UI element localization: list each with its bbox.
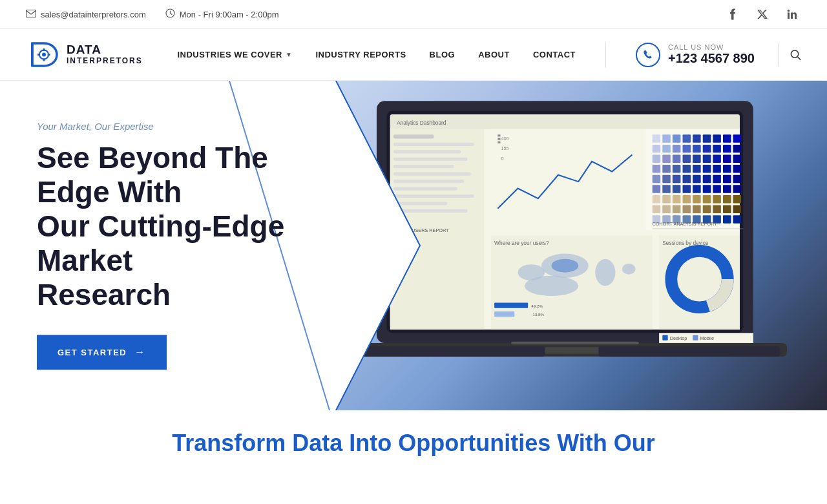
- nav-industries[interactable]: INDUSTRIES WE COVER ▼: [177, 50, 292, 59]
- svg-rect-61: [703, 175, 711, 183]
- svg-text:Analytics Dashboard: Analytics Dashboard: [397, 120, 446, 126]
- email-text: sales@datainterpretors.com: [41, 10, 146, 19]
- svg-text:Desktop: Desktop: [670, 335, 687, 341]
- svg-rect-27: [723, 134, 731, 142]
- hero-background: Analytics Dashboard: [323, 81, 827, 410]
- svg-text:COHORT ANALYSIS REPORT: COHORT ANALYSIS REPORT: [653, 221, 718, 227]
- svg-rect-76: [673, 195, 680, 203]
- svg-rect-74: [653, 195, 660, 203]
- svg-text:Mobile: Mobile: [700, 335, 714, 341]
- svg-text:0: 0: [501, 156, 504, 162]
- logo-icon: [26, 37, 61, 72]
- svg-rect-144: [393, 209, 467, 213]
- linkedin-icon[interactable]: [783, 5, 801, 23]
- get-started-label: GET STARTED: [58, 348, 127, 357]
- svg-rect-59: [683, 175, 691, 183]
- nav-industry-reports[interactable]: INDUSTRY REPORTS: [315, 50, 406, 59]
- svg-point-11: [791, 50, 798, 57]
- call-section: CALL US NOW +123 4567 890: [636, 43, 755, 67]
- svg-rect-45: [723, 154, 731, 162]
- nav-blog[interactable]: BLOG: [430, 50, 455, 59]
- hero-title-line3: Research: [37, 278, 171, 311]
- svg-rect-47: [653, 165, 660, 173]
- svg-rect-58: [673, 175, 680, 183]
- top-bar-left: sales@datainterpretors.com Mon - Fri 9:0…: [26, 8, 279, 20]
- svg-rect-28: [733, 134, 741, 142]
- svg-rect-135: [393, 143, 474, 146]
- svg-rect-82: [733, 195, 741, 203]
- phone-icon: [636, 43, 660, 67]
- hours-text: Mon - Fri 9:00am - 2:00pm: [180, 10, 279, 19]
- svg-rect-142: [393, 194, 474, 198]
- logo-tagname: INTERPRETORS: [67, 57, 143, 65]
- svg-rect-63: [723, 175, 731, 183]
- call-number: +123 4567 890: [668, 51, 755, 66]
- logo-text: DATA INTERPRETORS: [67, 43, 143, 65]
- hero-subtitle: Your Market, Our Expertise: [37, 121, 334, 132]
- svg-rect-20: [653, 134, 660, 142]
- bottom-teaser-title: Transform Data Into Opportunities With O…: [26, 430, 801, 457]
- svg-rect-2: [788, 13, 790, 19]
- svg-rect-146: [511, 342, 639, 344]
- svg-rect-38: [653, 154, 660, 162]
- svg-rect-57: [662, 175, 670, 183]
- social-icons: [724, 5, 801, 23]
- nav-blog-label: BLOG: [430, 50, 455, 59]
- logo-brand: DATA: [67, 43, 143, 57]
- svg-rect-67: [673, 185, 680, 193]
- svg-rect-68: [683, 185, 691, 193]
- svg-rect-149: [598, 346, 780, 357]
- svg-rect-31: [673, 145, 680, 152]
- svg-text:-13.8%: -13.8%: [531, 312, 544, 317]
- svg-rect-25: [703, 134, 711, 142]
- svg-rect-46: [733, 154, 741, 162]
- svg-rect-44: [713, 154, 720, 162]
- hours-item: Mon - Fri 9:00am - 2:00pm: [165, 8, 279, 20]
- svg-rect-62: [713, 175, 720, 183]
- svg-rect-34: [703, 145, 711, 152]
- svg-rect-52: [703, 165, 711, 173]
- email-icon: [26, 10, 36, 19]
- svg-rect-32: [683, 145, 691, 152]
- svg-point-113: [595, 259, 615, 286]
- svg-rect-140: [393, 180, 464, 183]
- svg-rect-51: [693, 165, 700, 173]
- svg-rect-116: [494, 302, 528, 308]
- svg-rect-85: [673, 205, 680, 213]
- svg-rect-35: [713, 145, 720, 152]
- svg-rect-8: [37, 54, 40, 56]
- logo[interactable]: DATA INTERPRETORS: [26, 37, 143, 72]
- svg-rect-78: [693, 195, 700, 203]
- facebook-icon[interactable]: [724, 5, 742, 23]
- svg-text:ACTIVE USERS REPORT: ACTIVE USERS REPORT: [393, 227, 449, 233]
- svg-rect-41: [683, 154, 691, 162]
- svg-rect-66: [662, 185, 670, 193]
- svg-rect-127: [662, 335, 667, 340]
- nav-about-label: ABOUT: [478, 50, 510, 59]
- nav-about[interactable]: ABOUT: [478, 50, 510, 59]
- svg-rect-129: [693, 335, 698, 340]
- svg-rect-49: [673, 165, 680, 173]
- x-twitter-icon[interactable]: [753, 5, 771, 23]
- svg-rect-50: [683, 165, 691, 173]
- svg-rect-43: [703, 154, 711, 162]
- svg-rect-29: [653, 145, 660, 152]
- nav-links: INDUSTRIES WE COVER ▼ INDUSTRY REPORTS B…: [177, 42, 801, 68]
- search-button[interactable]: [778, 43, 801, 67]
- svg-rect-103: [497, 138, 500, 140]
- svg-point-114: [622, 264, 636, 275]
- svg-rect-33: [693, 145, 700, 152]
- get-started-button[interactable]: GET STARTED →: [37, 335, 167, 370]
- hero-title: See Beyond The Edge With Our Cutting-Edg…: [37, 141, 334, 311]
- svg-rect-104: [497, 142, 500, 143]
- nav-contact[interactable]: CONTACT: [533, 50, 576, 59]
- svg-rect-24: [693, 134, 700, 142]
- svg-rect-147: [545, 347, 605, 353]
- svg-rect-79: [703, 195, 711, 203]
- svg-text:400: 400: [501, 136, 509, 142]
- svg-text:Where are your users?: Where are your users?: [494, 240, 549, 246]
- svg-rect-80: [713, 195, 720, 203]
- svg-rect-134: [393, 134, 434, 138]
- svg-rect-77: [683, 195, 691, 203]
- nav-industry-reports-label: INDUSTRY REPORTS: [315, 50, 406, 59]
